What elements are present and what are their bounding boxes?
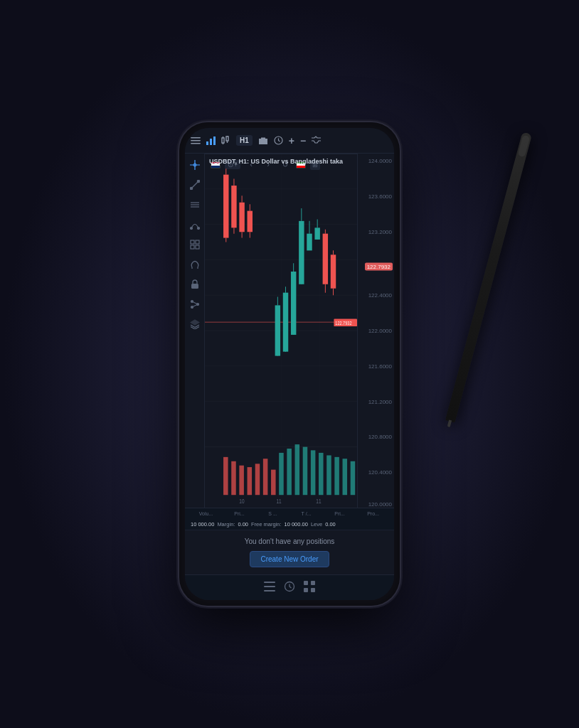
lock-tool[interactable] <box>188 277 202 291</box>
create-order-button[interactable]: Create New Order <box>250 551 329 567</box>
svg-rect-24 <box>191 240 194 244</box>
price-1208: 120.8000 <box>368 434 392 440</box>
history-nav-icon[interactable] <box>284 581 295 594</box>
price-1212: 121.2000 <box>368 398 392 405</box>
line-tool[interactable] <box>188 178 202 192</box>
svg-text:11: 11 <box>316 498 321 505</box>
svg-rect-54 <box>239 203 244 232</box>
pattern-tool[interactable] <box>188 237 202 252</box>
fork-tool[interactable] <box>188 297 202 311</box>
col-profit: Pro... <box>356 511 390 516</box>
parallel-tool[interactable] <box>188 198 202 212</box>
grid-nav-icon[interactable] <box>304 581 315 594</box>
svg-line-35 <box>192 304 198 307</box>
svg-rect-101 <box>351 461 356 495</box>
svg-rect-98 <box>326 455 331 495</box>
svg-rect-0 <box>191 137 201 139</box>
chart-canvas[interactable]: USDBDT, H1: US Dollar vs Bangladeshi tak… <box>205 154 357 508</box>
svg-rect-90 <box>263 459 268 495</box>
margin-bar: 10 000.00 Margin: 0.00 Free margin: 10 0… <box>185 519 394 530</box>
svg-rect-75 <box>314 228 319 240</box>
fib-tool[interactable] <box>188 218 202 232</box>
svg-rect-63 <box>283 293 288 352</box>
balance-value: 10 000.00 <box>191 521 214 528</box>
crosshair-tool[interactable] <box>188 158 202 172</box>
minus-icon[interactable]: − <box>300 135 306 146</box>
layers-tool[interactable] <box>188 317 202 331</box>
price-current: 122.7932 <box>365 263 393 271</box>
svg-text:10: 10 <box>239 498 244 505</box>
svg-rect-78 <box>323 234 328 284</box>
svg-rect-94 <box>295 444 300 495</box>
svg-rect-72 <box>307 234 312 251</box>
svg-rect-3 <box>206 141 208 145</box>
svg-rect-107 <box>264 586 275 587</box>
chart-area: USDBDT, H1: US Dollar vs Bangladeshi tak… <box>185 154 394 508</box>
chart-title: USDBDT, H1: US Dollar vs Bangladeshi tak… <box>209 158 343 165</box>
chart-type-icon[interactable] <box>221 136 230 145</box>
svg-rect-86 <box>231 461 236 495</box>
price-1220: 122.0000 <box>368 328 392 334</box>
svg-rect-30 <box>191 284 198 289</box>
svg-rect-2 <box>191 143 201 144</box>
svg-text:11: 11 <box>276 498 281 505</box>
svg-line-34 <box>192 301 198 304</box>
svg-rect-113 <box>311 588 315 592</box>
stylus-pen <box>445 132 532 422</box>
svg-rect-91 <box>271 470 276 496</box>
price-1216: 121.6000 <box>368 363 392 369</box>
svg-rect-110 <box>304 581 308 585</box>
svg-point-17 <box>190 188 192 190</box>
scene: H1 + − <box>0 0 579 728</box>
bottom-nav <box>185 574 394 600</box>
svg-point-23 <box>197 228 199 230</box>
positions-empty-state: You don't have any positions Create New … <box>185 530 394 574</box>
positions-table-header: Volu... Pri... S ... T /... Pri... Pro..… <box>185 508 394 519</box>
svg-rect-66 <box>291 272 296 335</box>
svg-rect-9 <box>226 136 228 141</box>
settings-icon[interactable] <box>312 136 321 145</box>
svg-point-22 <box>190 228 192 230</box>
svg-text:122.7932: 122.7932 <box>335 320 352 326</box>
clock-icon[interactable] <box>274 136 283 145</box>
svg-rect-88 <box>248 467 253 495</box>
indicators-icon[interactable] <box>206 136 216 145</box>
timeframe-badge[interactable]: H1 <box>236 135 253 146</box>
svg-rect-69 <box>299 221 304 284</box>
menu-icon[interactable] <box>191 136 201 146</box>
toolbar: H1 + − <box>185 128 394 154</box>
svg-rect-111 <box>311 581 315 585</box>
svg-rect-4 <box>210 139 212 145</box>
col-volume: Volu... <box>189 511 223 516</box>
price-1224: 122.4000 <box>368 292 392 299</box>
svg-rect-100 <box>343 459 348 495</box>
margin-label: Margin: <box>217 521 235 528</box>
magnet-tool[interactable] <box>188 257 202 272</box>
price-1232: 123.2000 <box>368 228 392 235</box>
svg-rect-85 <box>223 457 228 495</box>
svg-rect-51 <box>231 186 236 228</box>
free-margin-label: Free margin: <box>251 521 282 528</box>
list-nav-icon[interactable] <box>264 582 275 594</box>
leverage-label: Leve <box>311 521 322 528</box>
svg-rect-97 <box>319 453 324 495</box>
price-1204: 120.4000 <box>368 469 392 476</box>
svg-rect-5 <box>213 136 216 145</box>
price-1200: 120.0000 <box>368 501 392 508</box>
svg-rect-108 <box>264 590 275 592</box>
svg-rect-6 <box>222 138 224 143</box>
leverage-value: 0.00 <box>325 521 336 528</box>
svg-rect-1 <box>191 140 201 141</box>
col-price1: Pri... <box>223 511 256 516</box>
svg-rect-81 <box>331 255 336 288</box>
col-tp: T /... <box>290 511 323 516</box>
svg-rect-99 <box>334 457 339 495</box>
add-icon[interactable]: + <box>289 135 294 146</box>
col-sl: S ... <box>256 511 290 516</box>
svg-rect-26 <box>191 245 194 249</box>
margin-value: 0.00 <box>238 521 248 528</box>
no-positions-message: You don't have any positions <box>245 537 335 545</box>
phone-device: H1 + − <box>179 122 400 606</box>
camera-icon[interactable] <box>258 136 268 145</box>
svg-rect-92 <box>279 453 284 495</box>
